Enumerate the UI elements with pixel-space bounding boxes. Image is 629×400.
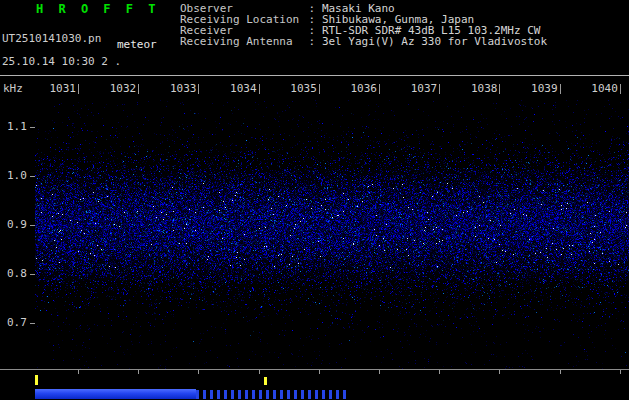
time-tick-mark — [439, 84, 440, 94]
time-tick-mark — [620, 84, 621, 94]
header-divider — [0, 75, 629, 76]
time-tick-mark — [319, 84, 320, 94]
time-tick-mark — [499, 84, 500, 94]
freq-tick-label: 1.0 — [7, 170, 29, 181]
time-tick-label: 1034 — [227, 83, 257, 94]
info-colon: : — [302, 35, 322, 48]
bottom-tick-mark — [439, 370, 440, 374]
bottom-tick-mark — [259, 370, 260, 374]
time-tick-mark — [379, 84, 380, 94]
time-tick-label: 1036 — [347, 83, 377, 94]
freq-axis: 1.11.00.90.80.7 — [0, 0, 36, 400]
freq-tick-label: 0.9 — [7, 219, 29, 230]
spectrogram — [35, 100, 629, 369]
bottom-tick-mark — [620, 370, 621, 374]
time-tick-label: 1040 — [588, 83, 618, 94]
bottom-tick-mark — [379, 370, 380, 374]
bottom-tick-mark — [78, 370, 79, 374]
freq-tick-label: 1.1 — [7, 121, 29, 132]
signal-level-mark-2 — [264, 377, 267, 385]
freq-tick-label: 0.7 — [7, 317, 29, 328]
hrofft-screen: H R O F F T UT2510141030.pn meteor 25.10… — [0, 0, 629, 400]
bottom-tick-mark — [198, 370, 199, 374]
bottom-tick-mark — [319, 370, 320, 374]
time-tick-mark — [138, 84, 139, 94]
header-info: Observer : Masaki KanoReceiving Location… — [180, 3, 547, 47]
freq-tick-label: 0.8 — [7, 268, 29, 279]
bottom-tick-mark — [499, 370, 500, 374]
time-tick-mark — [198, 84, 199, 94]
time-tick-label: 1037 — [407, 83, 437, 94]
time-tick-label: 1038 — [467, 83, 497, 94]
time-tick-mark — [560, 84, 561, 94]
time-tick-label: 1039 — [528, 83, 558, 94]
station-name: meteor — [117, 39, 157, 50]
info-value: 3el Yagi(V) Az 330 for Vladivostok — [322, 35, 547, 48]
noise-level-bar — [35, 389, 196, 399]
app-title: H R O F F T — [36, 4, 159, 15]
time-axis: 1031103210331034103510361037103810391040 — [0, 83, 629, 97]
bottom-tick-mark — [138, 370, 139, 374]
bottom-tick-mark — [560, 370, 561, 374]
header-info-row: Receiving Antenna : 3el Yagi(V) Az 330 f… — [180, 36, 547, 47]
time-tick-label: 1031 — [46, 83, 76, 94]
time-tick-label: 1033 — [166, 83, 196, 94]
time-tick-label: 1035 — [287, 83, 317, 94]
time-tick-mark — [259, 84, 260, 94]
noise-level-bar-dashed — [196, 390, 348, 399]
info-label: Receiving Antenna — [180, 36, 302, 47]
time-tick-label: 1032 — [106, 83, 136, 94]
bottom-ticks — [0, 370, 629, 375]
signal-level-mark — [35, 375, 38, 385]
time-tick-mark — [78, 84, 79, 94]
